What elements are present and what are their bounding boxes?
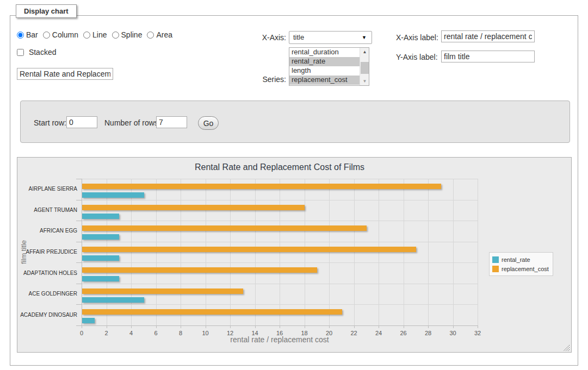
x-axis-title: rental rate / replacement cost	[82, 335, 478, 344]
scroll-up-icon[interactable]	[360, 48, 369, 56]
gridline	[428, 179, 429, 325]
chart-type-option-line[interactable]: Line	[83, 30, 107, 39]
y-axis-tick	[76, 304, 82, 305]
x-tick-label: 16	[276, 330, 283, 336]
gridline	[82, 200, 478, 200]
scrollbar-thumb[interactable]	[361, 62, 369, 74]
series-multiselect[interactable]: rental_durationrental_ratelengthreplacem…	[289, 47, 369, 86]
start-row-input[interactable]	[66, 116, 97, 128]
bar-rental_rate	[82, 255, 119, 261]
page: Display chart BarColumnLineSplineArea St…	[0, 0, 588, 370]
gridline	[82, 179, 478, 179]
gridline	[82, 262, 478, 263]
chart-type-option-spline[interactable]: Spline	[112, 30, 143, 39]
category-label: ADAPTATION HOLES	[17, 270, 77, 276]
y-axis-tick	[76, 200, 82, 200]
bar-rental_rate	[82, 234, 119, 240]
x-tick-label: 22	[350, 330, 357, 336]
scroll-down-icon[interactable]	[360, 77, 369, 85]
x-tick-label: 2	[104, 330, 108, 336]
chart-type-option-column[interactable]: Column	[43, 30, 78, 39]
bar-replacement_cost	[82, 247, 416, 252]
chart-type-label: Column	[52, 30, 78, 39]
x-tick-label: 12	[227, 330, 233, 336]
x-tick-label: 0	[80, 330, 83, 336]
y-axis-label-input[interactable]	[441, 51, 535, 62]
x-tick-label: 8	[179, 330, 182, 336]
y-axis-tick	[76, 242, 82, 242]
x-axis-selected-value: title	[293, 33, 304, 41]
x-tick-label: 30	[449, 330, 456, 336]
bar-rental_rate	[82, 297, 144, 303]
series-option-length[interactable]: length	[289, 66, 360, 76]
chart-type-label: Line	[92, 30, 107, 39]
gridline	[181, 179, 181, 325]
legend-item-replacement_cost[interactable]: replacement_cost	[492, 264, 549, 273]
legend-item-rental_rate[interactable]: rental_rate	[492, 255, 549, 264]
x-axis-select-label: X-Axis:	[260, 33, 286, 42]
gridline	[107, 179, 107, 325]
chart-type-radio-area[interactable]	[147, 32, 154, 39]
display-chart-fieldset: Display chart BarColumnLineSplineArea St…	[10, 15, 578, 366]
series-option-rental_duration[interactable]: rental_duration	[289, 48, 360, 57]
gridline	[82, 242, 478, 242]
series-scrollbar[interactable]	[360, 48, 369, 85]
category-label: AGENT TRUMAN	[17, 207, 77, 213]
x-tick-label: 6	[154, 330, 157, 336]
chart-type-option-bar[interactable]: Bar	[17, 30, 38, 39]
bar-replacement_cost	[82, 309, 342, 315]
x-axis-label-input[interactable]	[441, 30, 535, 42]
gridline	[131, 179, 132, 325]
gridline	[478, 179, 478, 325]
x-axis-select[interactable]: title	[289, 31, 372, 44]
chevron-down-icon	[362, 32, 367, 43]
series-options: rental_durationrental_ratelengthreplacem…	[289, 48, 360, 85]
legend-swatch	[492, 266, 499, 272]
gridline	[255, 179, 256, 325]
category-label: AFRICAN EGG	[17, 228, 77, 234]
chart-type-option-area[interactable]: Area	[147, 30, 172, 39]
series-option-replacement_cost[interactable]: replacement_cost	[289, 76, 360, 85]
gridline	[305, 179, 305, 325]
start-row-label: Start row:	[34, 118, 66, 127]
x-axis-line	[82, 325, 478, 326]
chart-type-radio-spline[interactable]	[112, 32, 119, 39]
y-axis-label-field-label: Y-Axis label:	[396, 53, 438, 61]
x-tick-label: 26	[400, 330, 406, 336]
x-tick-label: 20	[326, 330, 332, 336]
stacked-label: Stacked	[29, 48, 57, 57]
y-axis-tick	[76, 325, 82, 326]
gridline	[379, 179, 379, 325]
bar-rental_rate	[82, 318, 95, 323]
number-of-rows-input[interactable]	[156, 116, 187, 128]
chart-type-radio-bar[interactable]	[17, 32, 24, 39]
y-axis-tick	[76, 179, 82, 179]
x-tick-label: 32	[474, 330, 481, 336]
legend-label: rental_rate	[502, 256, 530, 263]
gridline	[453, 179, 454, 325]
x-tick-label: 10	[202, 330, 208, 336]
stacked-row: Stacked	[17, 48, 56, 57]
gridline	[329, 179, 330, 325]
row-range-panel: Start row: Number of rows: Go	[20, 101, 570, 143]
category-label: AFFAIR PREJUDICE	[17, 249, 77, 255]
chart-type-radio-group: BarColumnLineSplineArea	[17, 30, 177, 39]
chart-type-label: Spline	[121, 30, 143, 39]
chart-type-label: Bar	[26, 30, 38, 39]
category-label: ACE GOLDFINGER	[17, 291, 77, 297]
chart-type-label: Area	[156, 30, 172, 39]
y-axis-tick	[76, 284, 82, 284]
series-option-rental_rate[interactable]: rental_rate	[289, 57, 360, 66]
chart-type-radio-line[interactable]	[83, 32, 90, 39]
stacked-checkbox[interactable]	[17, 49, 24, 56]
x-axis-label-field-label: X-Axis label:	[396, 33, 438, 42]
gridline	[280, 179, 280, 325]
x-tick-label: 18	[301, 330, 307, 336]
x-tick-label: 24	[375, 330, 382, 336]
go-button[interactable]: Go	[198, 116, 219, 130]
gridline	[354, 179, 355, 325]
chart-title: Rental Rate and Replacement Cost of Film…	[82, 162, 478, 172]
chart-type-radio-column[interactable]	[43, 32, 50, 39]
resize-handle-icon[interactable]	[563, 344, 570, 351]
chart-title-input[interactable]	[17, 68, 113, 80]
